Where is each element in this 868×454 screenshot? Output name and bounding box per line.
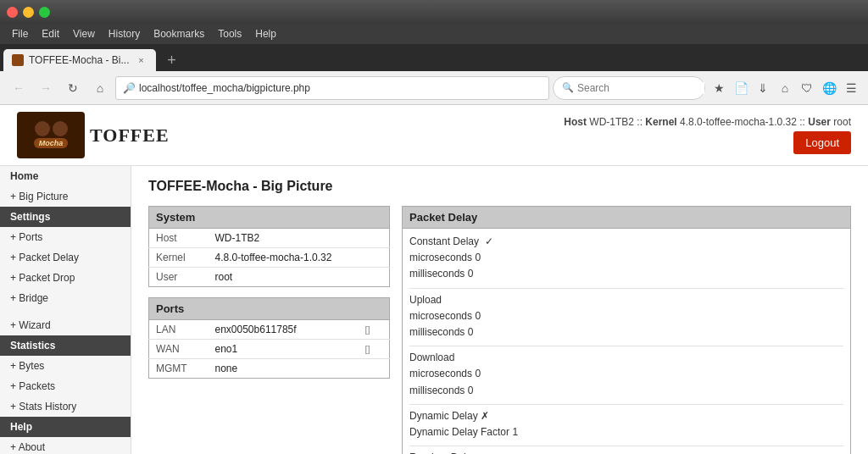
constant-delay-label: Constant Delay [409, 235, 479, 247]
host-label: Host [564, 116, 587, 128]
header-right: Host WD-1TB2 :: Kernel 4.8.0-toffee-moch… [564, 116, 851, 154]
kernel-value: 4.8.0-toffee-mocha-1.0.32 [680, 116, 797, 128]
sidebar-item-stats-history[interactable]: + Stats History [0, 396, 131, 417]
reading-list-icon[interactable]: 📄 [731, 78, 751, 98]
url-input[interactable] [139, 82, 542, 94]
menu-icon[interactable]: ☰ [841, 78, 861, 98]
constant-delay-row: Constant Delay ✓ [409, 234, 843, 250]
logo-image: Mocha [17, 112, 85, 158]
upload-milliseconds-value: 0 [468, 326, 474, 338]
reload-button[interactable]: ↻ [61, 76, 85, 100]
packet-delay-body: Constant Delay ✓ microseconds 0 millisec… [403, 229, 850, 454]
logout-button[interactable]: Logout [793, 131, 851, 154]
table-row: Host WD-1TB2 [149, 229, 390, 248]
table-row: WAN eno1 [] [149, 340, 390, 359]
upload-label-row: Upload [409, 292, 843, 308]
download-label-row: Download [409, 350, 843, 366]
system-user-value: root [209, 268, 390, 287]
menu-help[interactable]: Help [250, 26, 281, 42]
sidebar-item-wizard[interactable]: + Wizard [0, 315, 131, 335]
microseconds-value: 0 [475, 252, 481, 263]
sidebar-item-bytes[interactable]: + Bytes [0, 356, 131, 376]
table-row: User root [149, 268, 390, 287]
microseconds-label: microseconds [409, 252, 472, 263]
upload-microseconds-value: 0 [475, 310, 481, 322]
upload-label: Upload [409, 294, 442, 306]
sidebar-item-ports[interactable]: + Ports [0, 227, 131, 247]
system-kernel-label: Kernel [149, 248, 209, 268]
system-header: System [149, 207, 390, 229]
sidebar-item-home[interactable]: Home [0, 166, 131, 186]
dynamic-factor-label: Dynamic Delay Factor [409, 426, 509, 438]
packet-delay-header: Packet Delay [403, 207, 850, 229]
menu-history[interactable]: History [103, 26, 145, 42]
download-milliseconds-value: 0 [468, 385, 474, 396]
menu-tools[interactable]: Tools [213, 26, 247, 42]
bp-left: System Host WD-1TB2 Kernel 4.8.0-toffee-… [148, 206, 390, 454]
sidebar-item-about[interactable]: + About [0, 437, 131, 454]
port-lan-link[interactable]: [] [364, 324, 370, 335]
sidebar: Home + Big Picture Settings + Ports + Pa… [0, 166, 131, 454]
site-header: Mocha TOFFEE Host WD-1TB2 :: Kernel 4.8.… [0, 105, 868, 166]
firefox-icon[interactable]: 🌐 [819, 78, 839, 98]
port-wan-link[interactable]: [] [364, 344, 370, 354]
sidebar-item-packet-delay[interactable]: + Packet Delay [0, 247, 131, 268]
sidebar-item-packets[interactable]: + Packets [0, 376, 131, 396]
table-row: LAN enx0050b611785f [] [149, 320, 390, 340]
home-icon[interactable]: ⌂ [775, 78, 795, 98]
home-nav-button[interactable]: ⌂ [88, 76, 112, 100]
menu-view[interactable]: View [68, 26, 100, 42]
tab-close-button[interactable]: × [134, 53, 147, 67]
menu-edit[interactable]: Edit [36, 26, 64, 42]
download-milliseconds-row: milliseconds 0 [409, 383, 843, 399]
choc-right [53, 121, 68, 136]
window-maximize-button[interactable] [39, 7, 50, 18]
download-icon[interactable]: ⇓ [753, 78, 773, 98]
dynamic-delay-section: Dynamic Delay ✗ Dynamic Delay Factor 1 [409, 408, 843, 440]
milliseconds-row: milliseconds 0 [409, 266, 843, 282]
active-tab[interactable]: TOFFEE-Mocha - Bi... × [3, 49, 156, 71]
window-close-button[interactable] [7, 7, 18, 18]
milliseconds-label: milliseconds [409, 268, 465, 280]
sidebar-item-bigpicture[interactable]: + Big Picture [0, 186, 131, 207]
download-section: Download microseconds 0 milliseconds 0 [409, 350, 843, 399]
upload-microseconds-row: microseconds 0 [409, 308, 843, 324]
dynamic-delay-label: Dynamic Delay [409, 410, 478, 422]
nav-icons: ★ 📄 ⇓ ⌂ 🛡 🌐 ☰ [709, 78, 861, 98]
port-mgmt-label: MGMT [149, 359, 209, 379]
lock-icon: 🔎 [123, 82, 136, 94]
search-bar[interactable]: 🔍 [553, 76, 705, 100]
window-minimize-button[interactable] [23, 7, 34, 18]
choc-left [35, 121, 50, 136]
system-host-label: Host [149, 229, 209, 248]
bp-right: Packet Delay Constant Delay ✓ microsecon… [402, 206, 851, 454]
random-delay-row: Random Delay ✓ [409, 450, 843, 454]
search-input[interactable] [577, 82, 704, 94]
dynamic-delay-check: ✗ [481, 410, 489, 422]
port-wan-label: WAN [149, 340, 209, 359]
sidebar-item-packet-drop[interactable]: + Packet Drop [0, 268, 131, 288]
menu-bookmarks[interactable]: Bookmarks [148, 26, 209, 42]
download-microseconds-value: 0 [475, 368, 481, 379]
host-value: WD-1TB2 [589, 116, 634, 128]
menu-file[interactable]: File [7, 26, 33, 42]
system-kernel-value: 4.8.0-toffee-mocha-1.0.32 [209, 248, 390, 268]
ports-header: Ports [149, 298, 390, 320]
port-lan-label: LAN [149, 320, 209, 340]
dynamic-factor-value: 1 [512, 426, 518, 438]
dynamic-factor-row: Dynamic Delay Factor 1 [409, 424, 843, 440]
forward-button[interactable]: → [34, 76, 58, 100]
system-table: System Host WD-1TB2 Kernel 4.8.0-toffee-… [148, 206, 390, 287]
bookmark-icon[interactable]: ★ [709, 78, 729, 98]
shield-icon[interactable]: 🛡 [797, 78, 817, 98]
user-label: User [808, 116, 831, 128]
logo-chocolates [35, 121, 68, 136]
url-bar[interactable]: 🔎 [115, 76, 549, 100]
upload-milliseconds-row: milliseconds 0 [409, 324, 843, 340]
system-user-label: User [149, 268, 209, 287]
new-tab-button[interactable]: + [159, 49, 183, 71]
sidebar-item-bridge[interactable]: + Bridge [0, 288, 131, 308]
port-lan-value: enx0050b611785f [209, 320, 355, 340]
user-value: root [833, 116, 851, 128]
back-button[interactable]: ← [7, 76, 31, 100]
